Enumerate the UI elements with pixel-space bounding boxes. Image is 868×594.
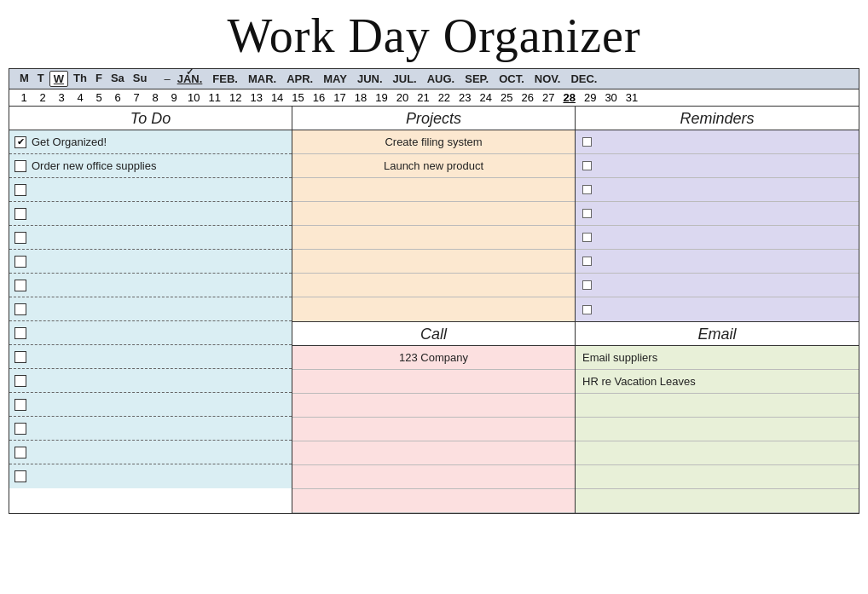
checkbox-8[interactable] (14, 303, 26, 315)
todo-row-10[interactable] (9, 345, 292, 369)
date-13[interactable]: 13 (247, 91, 264, 104)
month-oct[interactable]: OCT. (497, 72, 526, 86)
reminder-checkbox-3[interactable] (582, 185, 592, 194)
date-21[interactable]: 21 (414, 91, 431, 104)
project-row-6[interactable] (292, 250, 575, 274)
todo-row-6[interactable] (9, 250, 292, 274)
project-row-8[interactable] (292, 297, 575, 321)
date-28[interactable]: 28 (560, 91, 577, 104)
checkbox-13[interactable] (14, 423, 26, 435)
email-row-7[interactable] (576, 489, 859, 513)
checkbox-11[interactable] (14, 375, 26, 387)
date-26[interactable]: 26 (519, 91, 536, 104)
checkbox-14[interactable] (14, 447, 26, 458)
month-apr[interactable]: APR. (285, 72, 315, 86)
date-8[interactable]: 8 (148, 91, 163, 104)
reminder-row-4[interactable] (576, 202, 859, 226)
date-9[interactable]: 9 (166, 91, 182, 104)
day-M[interactable]: M (16, 71, 32, 87)
day-Th[interactable]: Th (70, 71, 90, 87)
reminder-checkbox-5[interactable] (582, 233, 592, 242)
date-3[interactable]: 3 (54, 91, 69, 104)
date-22[interactable]: 22 (436, 91, 453, 104)
project-row-4[interactable] (292, 202, 575, 226)
project-row-5[interactable] (292, 226, 575, 250)
date-31[interactable]: 31 (623, 91, 640, 104)
month-dec[interactable]: DEC. (569, 72, 599, 86)
date-1[interactable]: 1 (16, 91, 32, 104)
date-14[interactable]: 14 (269, 91, 286, 104)
todo-row-8[interactable] (9, 297, 292, 321)
checkbox-9[interactable] (14, 327, 26, 339)
day-T[interactable]: T (34, 71, 48, 87)
todo-row-5[interactable] (9, 226, 292, 250)
project-row-7[interactable] (292, 274, 575, 297)
date-25[interactable]: 25 (498, 91, 515, 104)
date-30[interactable]: 30 (602, 91, 619, 104)
date-10[interactable]: 10 (185, 91, 202, 104)
checkbox-2[interactable] (14, 160, 26, 172)
email-row-1[interactable]: Email suppliers (576, 346, 859, 370)
call-row-3[interactable] (292, 394, 575, 418)
reminder-row-7[interactable] (576, 274, 859, 297)
checkbox-10[interactable] (14, 351, 26, 363)
checkbox-12[interactable] (14, 399, 26, 411)
date-16[interactable]: 16 (310, 91, 327, 104)
date-27[interactable]: 27 (540, 91, 557, 104)
day-W[interactable]: W (49, 71, 68, 87)
todo-row-12[interactable] (9, 393, 292, 417)
date-29[interactable]: 29 (582, 91, 599, 104)
reminder-row-8[interactable] (576, 297, 859, 321)
todo-row-1[interactable]: ✔ Get Organized! (9, 130, 292, 154)
call-row-1[interactable]: 123 Company (292, 346, 575, 370)
reminder-checkbox-8[interactable] (582, 305, 592, 314)
date-24[interactable]: 24 (477, 91, 495, 104)
todo-row-14[interactable] (9, 441, 292, 464)
reminder-checkbox-1[interactable] (582, 137, 592, 147)
call-row-7[interactable] (292, 489, 575, 513)
month-sep[interactable]: SEP. (463, 72, 490, 86)
checkbox-15[interactable] (14, 470, 26, 482)
date-18[interactable]: 18 (352, 91, 369, 104)
month-nov[interactable]: NOV. (533, 72, 563, 86)
reminder-row-3[interactable] (576, 178, 859, 202)
date-20[interactable]: 20 (394, 91, 411, 104)
reminder-checkbox-2[interactable] (582, 161, 592, 170)
todo-row-9[interactable] (9, 321, 292, 345)
email-row-6[interactable] (576, 465, 859, 489)
month-feb[interactable]: FEB. (211, 72, 240, 86)
email-row-5[interactable] (576, 441, 859, 465)
date-4[interactable]: 4 (72, 91, 88, 104)
date-7[interactable]: 7 (129, 91, 144, 104)
todo-row-7[interactable] (9, 274, 292, 297)
date-12[interactable]: 12 (227, 91, 244, 104)
todo-row-3[interactable] (9, 178, 292, 202)
todo-row-2[interactable]: Order new office supplies (9, 154, 292, 178)
day-Su[interactable]: Su (130, 71, 151, 87)
date-2[interactable]: 2 (35, 91, 50, 104)
todo-row-11[interactable] (9, 369, 292, 393)
call-row-5[interactable] (292, 441, 575, 465)
reminder-checkbox-4[interactable] (582, 209, 592, 218)
day-F[interactable]: F (92, 71, 106, 87)
checkbox-5[interactable] (14, 232, 26, 244)
project-row-3[interactable] (292, 178, 575, 202)
date-17[interactable]: 17 (331, 91, 348, 104)
checkbox-1[interactable]: ✔ (14, 136, 26, 148)
date-23[interactable]: 23 (456, 91, 473, 104)
month-mar[interactable]: MAR. (246, 72, 278, 86)
checkbox-3[interactable] (14, 184, 26, 196)
project-row-1[interactable]: Create filing system (292, 130, 575, 154)
date-5[interactable]: 5 (91, 91, 107, 104)
month-jan[interactable]: JAN. (176, 72, 205, 86)
checkbox-6[interactable] (14, 256, 26, 268)
month-aug[interactable]: AUG. (425, 72, 457, 86)
checkbox-4[interactable] (14, 208, 26, 220)
call-row-2[interactable] (292, 370, 575, 394)
month-may[interactable]: MAY (321, 72, 349, 86)
reminder-row-6[interactable] (576, 250, 859, 274)
email-row-3[interactable] (576, 394, 859, 418)
todo-row-13[interactable] (9, 417, 292, 441)
todo-row-15[interactable] (9, 464, 292, 488)
reminder-row-1[interactable] (576, 130, 859, 154)
